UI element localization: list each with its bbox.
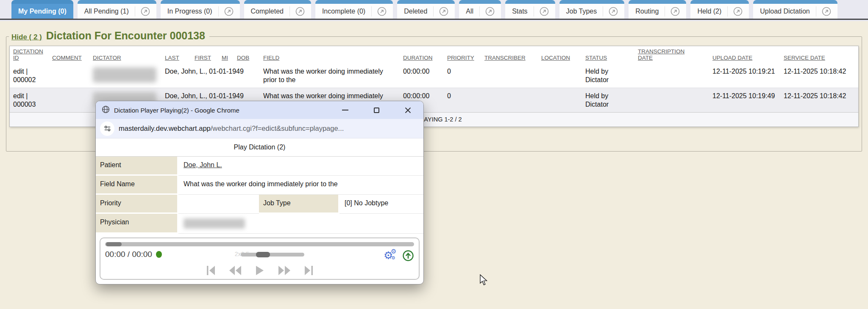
col-dictator[interactable]: DICTATOR [89,46,161,63]
cell-dictation-id[interactable]: edit | 000002 [10,63,49,88]
tab-label: Incomplete (0) [321,8,366,15]
upload-circle-icon[interactable] [402,250,414,263]
popout-arrow-icon[interactable] [371,6,387,17]
tab-all-pending[interactable]: All Pending (1) [78,0,156,19]
patient-label: Patient [96,157,178,176]
audio-player-section: 00:00 / 00:00 0.5x 1x 2x [96,234,423,284]
cell-transcription-date [634,88,709,113]
col-service-date[interactable]: SERVICE DATE [780,46,858,63]
close-icon [405,107,411,113]
cell-duration: 00:00:00 [400,63,444,88]
popout-arrow-icon[interactable] [727,6,743,17]
tab-deleted[interactable]: Deleted [397,0,455,19]
tab-completed[interactable]: Completed [244,0,311,19]
col-transcriber[interactable]: TRANSCRIBER [481,46,538,63]
tab-label: Job Types [565,8,598,15]
rewind-icon[interactable] [228,265,242,276]
cell-status: Held by Dictator [582,63,634,88]
popout-arrow-icon[interactable] [289,6,305,17]
tab-my-pending[interactable]: My Pending (0) [11,0,73,19]
col-priority[interactable]: PRIORITY [444,46,481,63]
field-name-label: Field Name [96,176,178,195]
col-last[interactable]: LAST [161,46,191,63]
time-display: 00:00 / 00:00 [105,250,162,259]
cell-location [538,63,582,88]
popout-arrow-icon[interactable] [433,6,449,17]
tab-label: All Pending (1) [83,8,130,15]
cell-upload-date: 12-11-2025 10:19:21 [709,63,780,88]
speed-label-2x: 2x [235,251,241,257]
job-type-label: Job Type [259,195,339,214]
minimize-button[interactable] [335,101,355,119]
popout-arrow-icon[interactable] [534,6,549,17]
speed-slider-handle[interactable] [256,252,270,257]
col-comment[interactable]: COMMENT [49,46,89,63]
col-location[interactable]: LOCATION [538,46,582,63]
field-name-row: Field Name What was the worker doing imm… [96,176,423,195]
tab-label: Routing [634,8,659,15]
tune-icon [104,125,111,132]
tab-all[interactable]: All [459,0,501,19]
speed-slider[interactable] [241,253,304,257]
tab-label: All [465,8,474,15]
priority-value [178,195,259,214]
cell-service-date: 12-11-2025 10:18:42 [780,63,858,88]
tab-job-types[interactable]: Job Types [559,0,625,19]
skip-end-icon[interactable] [304,265,314,276]
patient-link[interactable]: Doe, John L. [184,161,222,168]
status-dot [156,251,162,258]
cell-upload-date: 12-11-2025 10:19:49 [709,88,780,113]
play-icon[interactable] [255,265,265,276]
tab-in-progress[interactable]: In Progress (0) [161,0,240,19]
fast-forward-icon[interactable] [278,265,291,276]
cell-status: Held by Dictator [582,88,634,113]
popout-arrow-icon[interactable] [816,6,832,17]
skip-start-icon[interactable] [206,265,216,276]
globe-icon [102,105,110,115]
tab-held[interactable]: Held (2) [690,0,749,19]
seek-handle[interactable] [106,242,122,246]
maximize-button[interactable] [367,101,386,119]
col-mi[interactable]: MI [218,46,234,63]
audio-player: 00:00 / 00:00 0.5x 1x 2x [100,237,420,280]
cell-comment [49,88,89,113]
tab-label: Stats [511,8,528,15]
settings-gears-icon[interactable]: ⚙⚙⚙ [384,250,398,263]
tab-label: Upload Dictation [759,8,810,15]
col-dob[interactable]: DOB [234,46,260,63]
site-info-button[interactable] [100,121,114,136]
popout-arrow-icon[interactable] [479,6,495,17]
seek-bar[interactable] [105,242,414,246]
popout-arrow-icon[interactable] [665,6,680,17]
col-status[interactable]: STATUS [582,46,634,63]
url-text: masterdaily.dev.webchart.app/webchart.cg… [119,124,344,132]
tab-routing[interactable]: Routing [629,0,686,19]
col-upload-date[interactable]: UPLOAD DATE [709,46,780,63]
cell-patient: Doe, John, L., 01-01-1949 [161,63,260,88]
close-button[interactable] [398,101,417,119]
popout-arrow-icon[interactable] [218,6,234,17]
popout-arrow-icon[interactable] [135,6,150,17]
hide-link[interactable]: Hide ( 2 ) [11,33,42,41]
time-text: 00:00 / 00:00 [105,250,152,259]
tab-stats[interactable]: Stats [505,0,555,19]
col-transcription-date[interactable]: TRANSCRIPTION DATE [634,46,709,63]
popout-arrow-icon[interactable] [603,6,618,17]
patient-row: Patient Doe, John L. [96,157,423,176]
cell-dictator [89,63,161,88]
tab-upload-dictation[interactable]: Upload Dictation [753,0,837,19]
speed-control: 0.5x 1x 2x [241,250,304,257]
address-bar[interactable]: masterdaily.dev.webchart.app/webchart.cg… [96,119,423,138]
col-field[interactable]: FIELD [260,46,400,63]
tab-label: My Pending (0) [17,8,67,15]
page-title: Dictation For Encounter 000138 [46,30,205,42]
cell-dictation-id[interactable]: edit | 000003 [10,88,49,113]
cell-location [538,88,582,113]
col-first[interactable]: FIRST [191,46,218,63]
transport-controls [105,265,414,276]
col-duration[interactable]: DURATION [400,46,444,63]
tab-incomplete[interactable]: Incomplete (0) [315,0,393,19]
physician-row: Physician [96,214,423,234]
window-titlebar[interactable]: Dictation Player Playing(2) - Google Chr… [96,101,423,119]
col-dictation-id[interactable]: DICTATION ID [10,46,49,63]
